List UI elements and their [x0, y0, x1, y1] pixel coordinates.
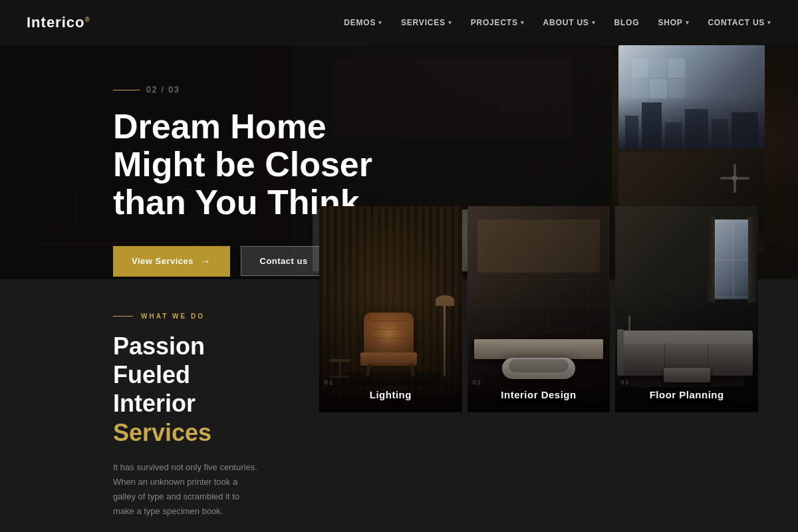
navbar: Interico® DEMOS ▾ SERVICES ▾ PROJECTS ▾ … [0, 0, 798, 45]
card-number: 01 [325, 379, 334, 386]
section-label-text: WHAT WE DO [141, 313, 205, 320]
services-title: Passion Fueled Interior Services [113, 332, 259, 447]
nav-item-projects[interactable]: PROJECTS ▾ [471, 18, 525, 27]
nav-item-shop[interactable]: SHOP ▾ [658, 18, 689, 27]
nav-links: DEMOS ▾ SERVICES ▾ PROJECTS ▾ ABOUT US ▾… [344, 18, 771, 27]
nav-item-demos[interactable]: DEMOS ▾ [344, 18, 382, 27]
services-title-accent: Services [113, 419, 211, 446]
services-info: WHAT WE DO Passion Fueled Interior Servi… [0, 279, 259, 532]
service-card-lighting[interactable]: 01 Lighting [319, 206, 462, 412]
services-description: It has survived not only five centuries.… [113, 460, 259, 519]
card-floor-planning-label: Floor Planning [615, 389, 758, 400]
nav-item-blog[interactable]: BLOG [614, 18, 640, 27]
hero-title: Dream Home Might be Closer than You Thin… [113, 108, 399, 222]
nav-item-contact[interactable]: CONTACT US ▾ [708, 18, 771, 27]
brand-logo[interactable]: Interico® [27, 14, 90, 31]
slide-counter: 02 / 03 [113, 85, 399, 94]
card-number: 03 [620, 379, 630, 386]
services-title-line1: Passion Fueled [113, 332, 205, 388]
chevron-down-icon: ▾ [521, 19, 525, 26]
service-card-interior-design[interactable]: 02 Interior Design [467, 206, 610, 412]
view-services-label: View Services [132, 256, 194, 266]
hero-panel-top [618, 45, 765, 149]
arrow-right-icon: → [200, 255, 211, 267]
chevron-down-icon: ▾ [767, 19, 771, 26]
service-card-floor-planning[interactable]: 03 Floor Planning [615, 206, 758, 412]
chevron-down-icon: ▾ [686, 19, 690, 26]
section-label: WHAT WE DO [113, 313, 259, 320]
chevron-down-icon: ▾ [592, 19, 596, 26]
view-services-button[interactable]: View Services → [113, 246, 230, 277]
card-overlay [467, 206, 610, 412]
nav-item-about[interactable]: ABOUT US ▾ [543, 18, 596, 27]
chevron-down-icon: ▾ [448, 19, 452, 26]
card-interior-design-label: Interior Design [467, 389, 610, 400]
card-lighting-label: Lighting [319, 389, 462, 400]
service-cards: 01 Lighting 02 Interior Design [319, 206, 758, 412]
card-number: 02 [473, 379, 482, 386]
contact-us-label: Contact us [260, 256, 308, 266]
nav-item-services[interactable]: SERVICES ▾ [401, 18, 452, 27]
contact-us-button[interactable]: Contact us [241, 246, 327, 276]
brand-name: Interico [27, 14, 84, 31]
chevron-down-icon: ▾ [378, 19, 382, 26]
services-title-line2: Interior [113, 390, 196, 417]
brand-sup: ® [84, 16, 90, 23]
card-overlay [319, 206, 462, 412]
card-overlay [615, 206, 758, 412]
slide-counter-text: 02 / 03 [146, 85, 180, 94]
